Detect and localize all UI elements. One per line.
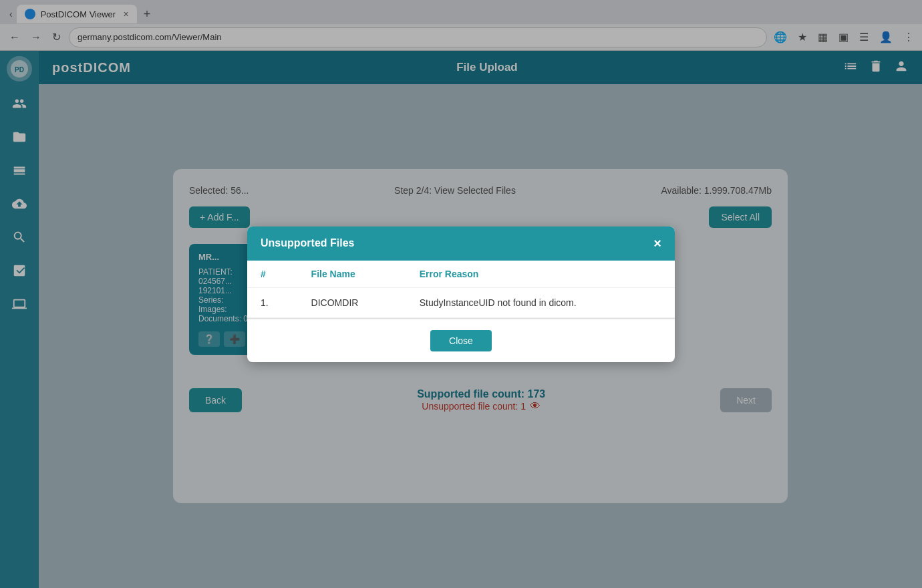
row-number: 1. (247, 287, 298, 317)
modal-header: Unsupported Files × (247, 227, 675, 261)
col-number: # (247, 261, 298, 288)
row-filename: DICOMDIR (298, 287, 406, 317)
table-row: 1. DICOMDIR StudyInstanceUID not found i… (247, 287, 675, 317)
unsupported-files-modal: Unsupported Files × # File Name Error Re… (247, 227, 675, 362)
modal-close-btn[interactable]: × (653, 236, 661, 251)
row-error: StudyInstanceUID not found in dicom. (406, 287, 675, 317)
col-filename: File Name (298, 261, 406, 288)
close-modal-btn[interactable]: Close (430, 330, 492, 351)
modal-overlay[interactable]: Unsupported Files × # File Name Error Re… (0, 0, 922, 588)
modal-title: Unsupported Files (261, 237, 354, 249)
modal-body: # File Name Error Reason 1. DICOMDIR Stu… (247, 261, 675, 318)
modal-footer: Close (247, 319, 675, 362)
unsupported-files-table: # File Name Error Reason 1. DICOMDIR Stu… (247, 261, 675, 318)
col-error: Error Reason (406, 261, 675, 288)
